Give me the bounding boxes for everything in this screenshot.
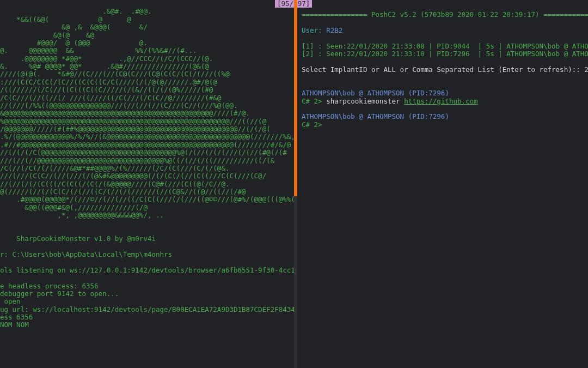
user-value: R2B2: [326, 26, 342, 34]
output-line: e headless process: 6356: [0, 282, 99, 290]
output-line: r: C:\Users\bob\AppData\Local\Temp\m4onh…: [0, 250, 172, 258]
split-terminal: .&@#. .#@@. *&&((&@( @ @ &@ ,& &@@@( &/ …: [0, 0, 588, 368]
user-label: User:: [302, 26, 326, 34]
output-line: NOM NOM: [0, 321, 29, 329]
session-host: ATHOMPSON\bob @ ATHOMPSON (PID:7296): [302, 89, 449, 97]
output-line: debugger port 9142 to open...: [0, 289, 119, 298]
left-terminal-pane[interactable]: .&@#. .#@@. *&&((&@( @ @ &@ ,& &@@@( &/ …: [0, 0, 294, 368]
right-terminal-pane[interactable]: ================ PoshC2 v5.2 (5703b89 20…: [297, 0, 588, 368]
output-line: ess 6356: [0, 313, 33, 321]
tmux-pane-divider[interactable]: [294, 0, 297, 368]
cookie-monster-ascii-art: .&@#. .#@@. *&&((&@( @ @ &@ ,& &@@@( &/ …: [0, 8, 291, 219]
output-line: ols listening on ws://127.0.0.1:9142/dev…: [0, 266, 294, 274]
output-line: ug url: ws://localhost:9142/devtools/pag…: [0, 305, 294, 313]
implant-row: [1] : Seen:22/01/2020 21:33:08 | PID:904…: [302, 42, 588, 50]
session-prompt[interactable]: C# 2>: [302, 120, 322, 129]
session-command[interactable]: sharpcookiemonster: [326, 97, 404, 105]
tool-title: SharpCookieMonster v1.0 by @m0rv4i: [0, 234, 156, 243]
session-prompt-prefix: C# 2>: [302, 97, 326, 105]
github-link[interactable]: https://github.com: [404, 97, 477, 105]
implant-select-prompt[interactable]: Select ImplantID or ALL or Comma Separat…: [302, 65, 588, 74]
poshc2-output: ================ PoshC2 v5.2 (5703b89 20…: [302, 11, 588, 129]
implant-row: [2] : Seen:22/01/2020 21:33:10 | PID:729…: [302, 50, 588, 58]
output-line: open: [0, 297, 21, 305]
active-pane-indicator: [294, 0, 297, 196]
session-host: ATHOMPSON\bob @ ATHOMPSON (PID:7296): [302, 112, 449, 120]
tool-title-line: SharpCookieMonster v1.0 by @m0rv4i r: C:…: [0, 227, 291, 329]
banner-line: ================ PoshC2 v5.2 (5703b89 20…: [302, 10, 588, 19]
